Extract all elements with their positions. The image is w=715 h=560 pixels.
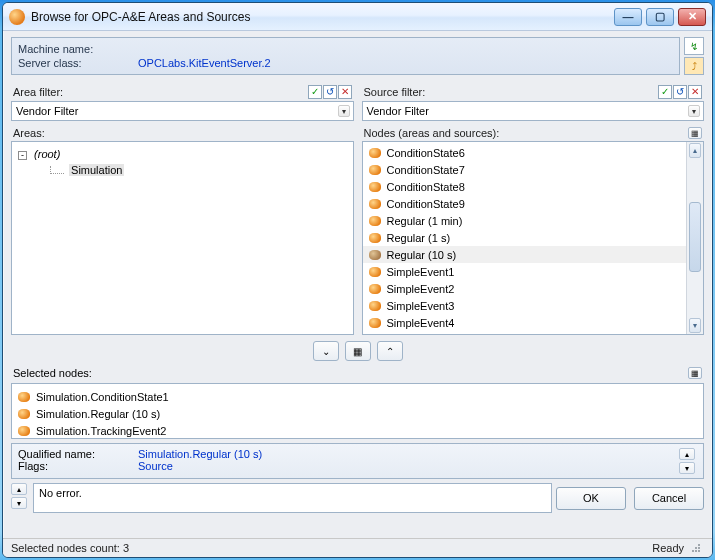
details-scroll-up[interactable]: ▴ <box>679 448 695 460</box>
node-item[interactable]: Regular (10 s) <box>363 246 687 263</box>
close-button[interactable]: ✕ <box>678 8 706 26</box>
resize-grip-icon[interactable] <box>690 542 702 554</box>
node-label: SimpleEvent4 <box>387 317 455 329</box>
node-icon <box>369 301 381 311</box>
node-label: ConditionState9 <box>387 198 465 210</box>
node-label: Regular (1 min) <box>387 215 463 227</box>
node-icon <box>18 392 30 402</box>
selected-nodes-label: Selected nodes: <box>13 367 92 379</box>
node-icon <box>369 267 381 277</box>
node-item[interactable]: SimpleEvent2 <box>363 280 687 297</box>
cancel-button[interactable]: Cancel <box>634 487 704 510</box>
message-text: No error. <box>39 487 82 499</box>
tree-expander-icon[interactable]: - <box>18 151 27 160</box>
areas-panel-label: Areas: <box>13 127 45 139</box>
tree-root[interactable]: (root) <box>34 146 60 162</box>
maximize-button[interactable]: ▢ <box>646 8 674 26</box>
node-item[interactable]: ConditionState8 <box>363 178 687 195</box>
flags-label: Flags: <box>18 460 138 472</box>
scroll-down-icon[interactable]: ▾ <box>689 318 701 333</box>
node-icon <box>369 318 381 328</box>
selected-nodes-list[interactable]: Simulation.ConditionState1Simulation.Reg… <box>11 383 704 439</box>
flags-value: Source <box>138 460 173 472</box>
refresh-button[interactable]: ↯ <box>684 37 704 55</box>
msg-scroll-down[interactable]: ▾ <box>11 497 27 509</box>
area-filter-reset-icon[interactable]: ↺ <box>323 85 337 99</box>
node-icon <box>369 250 381 260</box>
selected-node-item[interactable]: Simulation.ConditionState1 <box>12 388 703 405</box>
status-bar: Selected nodes count: 3 Ready <box>3 538 712 557</box>
details-scroll-down[interactable]: ▾ <box>679 462 695 474</box>
area-filter-clear-icon[interactable]: ✕ <box>338 85 352 99</box>
source-filter-clear-icon[interactable]: ✕ <box>688 85 702 99</box>
node-icon <box>369 216 381 226</box>
chevron-down-icon[interactable]: ▾ <box>338 105 350 117</box>
ok-button[interactable]: OK <box>556 487 626 510</box>
node-label: SimpleEvent2 <box>387 283 455 295</box>
qualified-name-label: Qualified name: <box>18 448 138 460</box>
node-icon <box>369 233 381 243</box>
up-level-button[interactable]: ⤴ <box>684 57 704 75</box>
node-item[interactable]: SimpleEvent4 <box>363 314 687 331</box>
selected-node-label: Simulation.ConditionState1 <box>36 391 169 403</box>
title-bar: Browse for OPC-A&E Areas and Sources — ▢… <box>3 3 712 31</box>
scroll-up-icon[interactable]: ▴ <box>689 143 701 158</box>
node-icon <box>369 148 381 158</box>
selected-node-item[interactable]: Simulation.Regular (10 s) <box>12 405 703 422</box>
selected-node-label: Simulation.TrackingEvent2 <box>36 425 166 437</box>
details-panel: Qualified name:Simulation.Regular (10 s)… <box>11 443 704 479</box>
scroll-thumb[interactable] <box>689 202 701 272</box>
server-class-value: OPCLabs.KitEventServer.2 <box>138 56 271 70</box>
app-icon <box>9 9 25 25</box>
node-label: ConditionState6 <box>387 147 465 159</box>
area-filter-combo[interactable]: Vendor Filter ▾ <box>11 101 354 121</box>
msg-scroll-up[interactable]: ▴ <box>11 483 27 495</box>
message-box: No error. <box>33 483 552 513</box>
machine-name-label: Machine name: <box>18 42 138 56</box>
selected-node-item[interactable]: Simulation.TrackingEvent2 <box>12 422 703 439</box>
source-filter-value: Vendor Filter <box>367 105 429 117</box>
node-label: ConditionState7 <box>387 164 465 176</box>
node-item[interactable]: SimpleEvent1 <box>363 263 687 280</box>
nodes-list[interactable]: ConditionState6ConditionState7ConditionS… <box>362 141 705 335</box>
node-icon <box>369 165 381 175</box>
view-options-icon[interactable]: ▦ <box>688 127 702 139</box>
node-label: Regular (10 s) <box>387 249 457 261</box>
node-label: ConditionState8 <box>387 181 465 193</box>
node-item[interactable]: Regular (1 min) <box>363 212 687 229</box>
node-item[interactable]: ConditionState7 <box>363 161 687 178</box>
status-ready: Ready <box>652 542 684 554</box>
chevron-down-icon[interactable]: ▾ <box>688 105 700 117</box>
source-filter-reset-icon[interactable]: ↺ <box>673 85 687 99</box>
status-count: Selected nodes count: 3 <box>11 542 129 554</box>
node-icon <box>18 426 30 436</box>
node-item[interactable]: Regular (1 s) <box>363 229 687 246</box>
tree-node-simulation[interactable]: Simulation <box>69 164 124 176</box>
nodes-panel-label: Nodes (areas and sources): <box>364 127 500 139</box>
scrollbar[interactable]: ▴ ▾ <box>686 142 703 334</box>
server-info-panel: Machine name: Server class: OPCLabs.KitE… <box>11 37 680 75</box>
node-item[interactable]: ConditionState6 <box>363 144 687 161</box>
qualified-name-value: Simulation.Regular (10 s) <box>138 448 262 460</box>
area-filter-accept-icon[interactable]: ✓ <box>308 85 322 99</box>
node-icon <box>18 409 30 419</box>
area-filter-label: Area filter: <box>13 86 63 98</box>
node-label: SimpleEvent3 <box>387 300 455 312</box>
selected-view-options-icon[interactable]: ▦ <box>688 367 702 379</box>
server-class-label: Server class: <box>18 56 138 70</box>
node-item[interactable]: SimpleEvent3 <box>363 297 687 314</box>
node-icon <box>369 284 381 294</box>
add-node-button[interactable]: ⌄ <box>313 341 339 361</box>
node-item[interactable]: ConditionState9 <box>363 195 687 212</box>
source-filter-accept-icon[interactable]: ✓ <box>658 85 672 99</box>
view-details-button[interactable]: ▦ <box>345 341 371 361</box>
areas-tree[interactable]: - (root) Simulation <box>11 141 354 335</box>
window-title: Browse for OPC-A&E Areas and Sources <box>31 10 608 24</box>
minimize-button[interactable]: — <box>614 8 642 26</box>
remove-node-button[interactable]: ⌃ <box>377 341 403 361</box>
source-filter-combo[interactable]: Vendor Filter ▾ <box>362 101 705 121</box>
selected-node-label: Simulation.Regular (10 s) <box>36 408 160 420</box>
node-label: Regular (1 s) <box>387 232 451 244</box>
node-icon <box>369 182 381 192</box>
area-filter-value: Vendor Filter <box>16 105 78 117</box>
